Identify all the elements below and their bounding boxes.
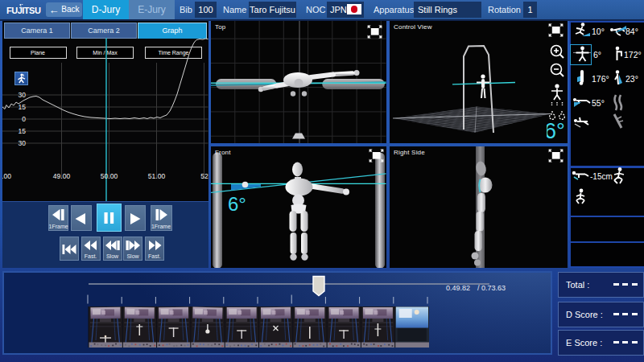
svg-text:/ 0.73.63: / 0.73.63 <box>477 284 506 292</box>
svg-text:15: 15 <box>19 103 27 111</box>
svg-text:50.00: 50.00 <box>101 172 118 180</box>
svg-text:15: 15 <box>19 127 27 135</box>
svg-text:51.00: 51.00 <box>148 172 166 180</box>
svg-text:0.49.82: 0.49.82 <box>446 284 470 292</box>
svg-text:30: 30 <box>19 139 27 147</box>
svg-text:6°: 6° <box>547 119 565 143</box>
svg-text:0: 0 <box>22 115 26 123</box>
svg-text:49.00: 49.00 <box>53 172 71 180</box>
svg-text:FUJITSU: FUJITSU <box>6 6 41 15</box>
svg-text:52: 52 <box>200 172 208 180</box>
svg-text:.00: .00 <box>2 172 11 180</box>
svg-text:30: 30 <box>19 91 27 99</box>
svg-text:6°: 6° <box>228 193 246 215</box>
